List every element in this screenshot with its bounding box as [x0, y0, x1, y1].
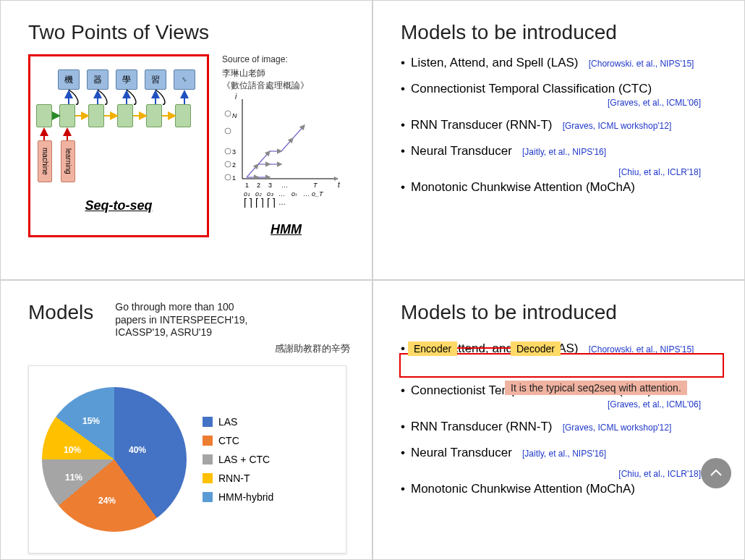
slide3-title: Models [28, 301, 93, 324]
bullet-item: RNN Transducer (RNN-T) [Graves, ICML wor… [401, 420, 723, 434]
hmm-panel: Source of image: 李琳山老師 《數位語音處理概論》 t i 1 … [222, 54, 350, 237]
svg-text:[: [ [267, 197, 270, 208]
seq-in-0: machine [38, 140, 52, 182]
bullet-item: RNN Transducer (RNN-T) [Graves, ICML wor… [401, 118, 723, 132]
slide-models-intro-b: Models to be introduced Encoder Decoder … [372, 280, 745, 560]
citation: [Graves, ICML workshop'12] [563, 423, 672, 433]
citation: [Graves, ICML workshop'12] [563, 121, 672, 131]
citation: [Chiu, et al., ICLR'18] [618, 469, 701, 479]
bullet-item: Listen, Attend, and Spell (LAS) [Chorows… [401, 56, 723, 70]
annotation-decoder: Decoder [511, 341, 561, 356]
legend-item: HMM-hybrid [203, 491, 273, 503]
svg-text:3: 3 [268, 182, 272, 189]
svg-point-22 [225, 148, 231, 154]
svg-text:]: ] [273, 197, 276, 208]
legend-label: LAS [218, 416, 237, 428]
slide2-bullets: Listen, Attend, and Spell (LAS) [Chorows… [401, 56, 723, 195]
hmm-source-line2: 《數位語音處理概論》 [222, 80, 350, 92]
svg-text:]: ] [261, 197, 264, 208]
slide3-note: Go through more than 100 papers in INTER… [115, 301, 267, 339]
bullet-item: [Chiu, et al., ICLR'18] Monotonic Chunkw… [401, 482, 723, 496]
svg-text:T: T [313, 182, 318, 189]
bullet-item: Connectionist Temporal Classification (C… [401, 82, 723, 96]
legend-item: LAS + CTC [203, 454, 273, 465]
legend-label: RNN-T [218, 472, 250, 484]
citation: [Graves, et al., ICML'06] [608, 399, 701, 410]
pie-chart-container: 40% 24% 11% 10% 15% LAS CTC LAS + CTC RN… [28, 365, 346, 553]
swatch-icon [203, 417, 213, 427]
svg-text:…: … [278, 198, 286, 206]
bullet-item: [Chiu, et al., ICLR'18] Monotonic Chunkw… [401, 180, 723, 195]
svg-line-44 [281, 138, 293, 151]
hmm-source-line1: 李琳山老師 [222, 67, 350, 80]
citation: [Chiu, et al., ICLR'18] [618, 167, 701, 177]
swatch-icon [203, 436, 213, 446]
seq-in-1: learning [61, 140, 75, 182]
svg-text:2: 2 [232, 161, 236, 169]
svg-text:o_T: o_T [312, 190, 324, 198]
legend-item: LAS [203, 416, 273, 428]
slide-two-views: Two Points of Views 機 器 學 習 ␠ [0, 0, 372, 280]
svg-text:2: 2 [257, 182, 260, 189]
svg-text:]: ] [250, 197, 252, 208]
slide4-title: Models to be introduced [401, 301, 723, 324]
svg-line-39 [247, 164, 258, 177]
bullet-text: Monotonic Chunkwise Attention (MoChA) [411, 482, 635, 496]
svg-text:1: 1 [232, 174, 236, 182]
bullet-text: Listen, Attend, and Spell (LAS) [411, 56, 579, 69]
citation: [Jaitly, et al., NIPS'16] [522, 147, 606, 157]
pie-label-lasctc: 11% [65, 472, 82, 483]
hmm-source-label: Source of image: [222, 54, 350, 64]
svg-line-41 [258, 151, 270, 164]
legend-item: CTC [203, 435, 273, 446]
seq2seq-diagram: 機 器 學 習 ␠ [36, 69, 203, 185]
swatch-icon [203, 492, 213, 502]
svg-text:oₜ: oₜ [291, 190, 297, 198]
svg-text:…: … [281, 182, 288, 189]
legend-label: LAS + CTC [218, 454, 270, 465]
svg-text:3: 3 [232, 148, 236, 156]
svg-line-45 [293, 125, 305, 138]
svg-text:t: t [338, 181, 341, 189]
svg-point-20 [225, 174, 231, 180]
slide1-title: Two Points of Views [28, 21, 350, 44]
bullet-text: RNN Transducer (RNN-T) [411, 420, 553, 433]
svg-text:N: N [232, 112, 237, 119]
seq2seq-caption: Seq-to-seq [36, 198, 201, 213]
legend-label: HMM-hybrid [218, 491, 273, 503]
bullet-text: Connectionist Temporal Classification (C… [411, 82, 652, 96]
citation: [Graves, et al., ICML'06] [608, 98, 701, 108]
citation: [Jaitly, et al., NIPS'16] [522, 449, 606, 459]
annotation-connector [448, 347, 511, 349]
svg-point-24 [225, 111, 231, 116]
seq2seq-highlight-box: 機 器 學 習 ␠ [28, 54, 209, 237]
swatch-icon [203, 473, 213, 483]
pie-label-las: 40% [129, 445, 146, 455]
legend-item: RNN-T [203, 472, 273, 484]
pie-label-hmm: 15% [82, 416, 100, 426]
svg-point-23 [225, 128, 231, 134]
bullet-text: Neural Transducer [411, 144, 512, 158]
svg-text:…: … [278, 190, 285, 198]
annotation-encoder: Encoder [408, 341, 457, 356]
bullet-text: RNN Transducer (RNN-T) [411, 118, 553, 132]
legend-label: CTC [218, 435, 239, 446]
slide3-thanks: 感謝助教群的辛勞 [115, 342, 350, 355]
scroll-to-top-button[interactable] [701, 458, 731, 488]
chevron-up-icon [710, 467, 723, 480]
svg-text:[: [ [255, 197, 258, 208]
bullet-text: Monotonic Chunkwise Attention (MoChA) [411, 180, 635, 194]
svg-text:…: … [303, 190, 310, 198]
citation: [Chorowski. et al., NIPS'15] [589, 59, 694, 69]
slide-models-intro-a: Models to be introduced Listen, Attend, … [372, 0, 745, 280]
pie-label-ctc: 24% [98, 496, 116, 506]
hmm-diagram: t i 1 2 3 N 1 2 3 … [222, 92, 345, 208]
slide2-title: Models to be introduced [401, 21, 723, 44]
las-highlight-box [399, 353, 724, 378]
svg-point-21 [225, 161, 231, 167]
bullet-text: Neural Transducer [411, 446, 512, 459]
bullet-item: Neural Transducer [Jaitly, et al., NIPS'… [401, 144, 723, 158]
pie-label-rnnt: 10% [64, 445, 81, 455]
annotation-typical-note: It is the typical seq2seq with attention… [505, 381, 687, 395]
slide-models-pie: Models Go through more than 100 papers i… [0, 280, 372, 560]
